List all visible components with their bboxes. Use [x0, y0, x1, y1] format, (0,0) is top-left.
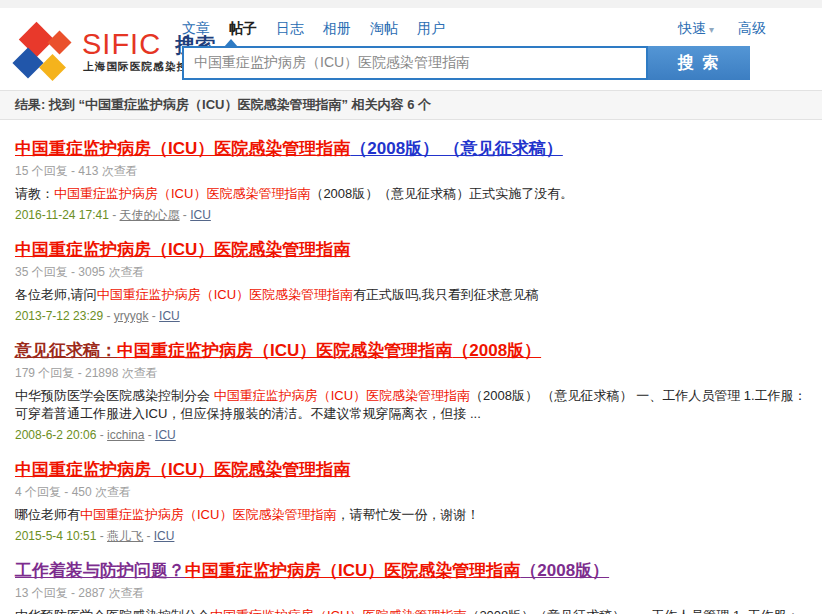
result-title-suffix: （2008版） （意见征求稿） — [350, 139, 563, 158]
result-footer: 2015-5-4 10:51 - 燕儿飞 - ICU — [15, 528, 807, 545]
result-author-link[interactable]: 燕儿飞 — [107, 529, 143, 543]
separator: - — [143, 529, 154, 543]
result-title-prefix: 意见征求稿： — [15, 341, 117, 360]
result-title-highlight: 中国重症监护病房（ICU）医院感染管理指南 — [15, 240, 350, 259]
snippet-highlight: 中国重症监护病房（ICU）医院感染管理指南 — [214, 388, 470, 403]
results-list: 中国重症监护病房（ICU）医院感染管理指南（2008版） （意见征求稿） 15 … — [0, 120, 822, 614]
snippet-text: ，请帮忙发一份，谢谢！ — [336, 507, 479, 522]
result-title-suffix: （2008版） — [452, 341, 541, 360]
result-meta: 15 个回复 - 413 次查看 — [15, 163, 807, 180]
result-title-link[interactable]: 中国重症监护病房（ICU）医院感染管理指南 — [15, 239, 807, 260]
search-result: 意见征求稿：中国重症监护病房（ICU）医院感染管理指南（2008版） 179 个… — [15, 340, 807, 444]
result-title-highlight: 中国重症监护病房（ICU）医院感染管理指南 — [117, 341, 452, 360]
snippet-highlight: 中国重症监护病房（ICU）医院感染管理指南 — [97, 287, 353, 302]
result-meta: 35 个回复 - 3095 次查看 — [15, 264, 807, 281]
logo-diamond-orange-icon — [47, 30, 71, 54]
quick-search-dropdown[interactable]: 快速▾ — [678, 20, 714, 38]
result-author-link[interactable]: 天使的心愿 — [120, 208, 180, 222]
result-meta: 4 个回复 - 450 次查看 — [15, 484, 807, 501]
result-forum-link[interactable]: ICU — [159, 309, 180, 323]
result-title-link[interactable]: 中国重症监护病房（ICU）医院感染管理指南 — [15, 459, 807, 480]
separator: - — [103, 309, 114, 323]
search-result: 中国重症监护病房（ICU）医院感染管理指南 35 个回复 - 3095 次查看 … — [15, 239, 807, 325]
snippet-text: 中华预防医学会医院感染控制分会 — [15, 388, 214, 403]
result-forum-link[interactable]: ICU — [155, 428, 176, 442]
header-right-links: 快速▾ 高级 — [678, 20, 766, 38]
result-snippet: 中华预防医学会医院感染控制分会 中国重症监护病房（ICU）医院感染管理指南（20… — [15, 387, 807, 423]
result-meta: 13 个回复 - 2887 次查看 — [15, 585, 807, 602]
result-date: 2016-11-24 17:41 — [15, 208, 109, 222]
result-meta: 179 个回复 - 21898 次查看 — [15, 365, 807, 382]
chevron-down-icon: ▾ — [709, 24, 714, 35]
result-author-link[interactable]: icchina — [107, 428, 144, 442]
snippet-text: 有正式版吗,我只看到征求意见稿 — [353, 287, 539, 302]
result-title-prefix: 工作着装与防护问题？ — [15, 561, 185, 580]
tab-blogs[interactable]: 日志 — [276, 20, 304, 38]
active-tab-notch — [224, 39, 238, 47]
search-result: 工作着装与防护问题？中国重症监护病房（ICU）医院感染管理指南（2008版） 1… — [15, 560, 807, 614]
result-forum-link[interactable]: ICU — [154, 529, 175, 543]
result-title-highlight: 中国重症监护病房（ICU）医院感染管理指南 — [15, 139, 350, 158]
search-result: 中国重症监护病房（ICU）医院感染管理指南（2008版） （意见征求稿） 15 … — [15, 138, 807, 224]
logo-diamond-yellow-icon — [39, 54, 66, 81]
brand-name: SIFIC — [82, 28, 161, 60]
tab-collections[interactable]: 淘帖 — [370, 20, 398, 38]
separator: - — [148, 309, 159, 323]
snippet-highlight: 中国重症监护病房（ICU）医院感染管理指南 — [54, 186, 310, 201]
separator: - — [180, 208, 191, 222]
snippet-text: 中华预防医学会医院感染控制分会 — [15, 608, 210, 614]
result-snippet: 请教：中国重症监护病房（ICU）医院感染管理指南（2008版）（意见征求稿）正式… — [15, 185, 807, 203]
tab-users[interactable]: 用户 — [417, 20, 445, 38]
tab-posts[interactable]: 帖子 — [229, 20, 257, 38]
result-title-link[interactable]: 工作着装与防护问题？中国重症监护病房（ICU）医院感染管理指南（2008版） — [15, 560, 807, 581]
result-footer: 2008-6-2 20:06 - icchina - ICU — [15, 427, 807, 444]
result-date: 2013-7-12 23:29 — [15, 309, 103, 323]
result-snippet: 各位老师,请问中国重症监护病房（ICU）医院感染管理指南有正式版吗,我只看到征求… — [15, 286, 807, 304]
tab-albums[interactable]: 相册 — [323, 20, 351, 38]
snippet-highlight: 中国重症监护病房（ICU）医院感染管理指南 — [210, 608, 466, 614]
result-snippet: 哪位老师有中国重症监护病房（ICU）医院感染管理指南，请帮忙发一份，谢谢！ — [15, 506, 807, 524]
result-title-link[interactable]: 意见征求稿：中国重症监护病房（ICU）医院感染管理指南（2008版） — [15, 340, 807, 361]
separator: - — [96, 428, 107, 442]
result-footer: 2013-7-12 23:29 - yryygk - ICU — [15, 308, 807, 325]
search-result: 中国重症监护病房（ICU）医院感染管理指南 4 个回复 - 450 次查看 哪位… — [15, 459, 807, 545]
search-button[interactable]: 搜 索 — [648, 46, 750, 80]
search-type-tabs: 文章 帖子 日志 相册 淘帖 用户 — [182, 20, 445, 38]
snippet-text: 哪位老师有 — [15, 507, 80, 522]
search-bar: 搜 索 — [182, 46, 750, 80]
result-title-highlight: 中国重症监护病房（ICU）医院感染管理指南 — [185, 561, 520, 580]
result-title-suffix: （2008版） — [520, 561, 609, 580]
snippet-text: 各位老师,请问 — [15, 287, 97, 302]
result-footer: 2016-11-24 17:41 - 天使的心愿 - ICU — [15, 207, 807, 224]
logo-diamonds-icon — [14, 26, 78, 82]
result-title-link[interactable]: 中国重症监护病房（ICU）医院感染管理指南（2008版） （意见征求稿） — [15, 138, 807, 159]
result-snippet: 中华预防医学会医院感染控制分会中国重症监护病房（ICU）医院感染管理指南（200… — [15, 607, 807, 614]
results-summary-bar: 结果: 找到 “中国重症监护病房（ICU）医院感染管理指南” 相关内容 6 个 — [0, 90, 822, 120]
separator: - — [96, 529, 107, 543]
tab-articles[interactable]: 文章 — [182, 20, 210, 38]
snippet-text: 请教： — [15, 186, 54, 201]
snippet-text: （2008版）（意见征求稿）正式实施了没有。 — [310, 186, 573, 201]
separator: - — [144, 428, 155, 442]
separator: - — [109, 208, 120, 222]
snippet-highlight: 中国重症监护病房（ICU）医院感染管理指南 — [80, 507, 336, 522]
result-title-highlight: 中国重症监护病房（ICU）医院感染管理指南 — [15, 460, 350, 479]
search-box — [182, 46, 648, 80]
header: SIFIC搜索 上海国际医院感染控制论坛 文章 帖子 日志 相册 淘帖 用户 快… — [0, 8, 822, 90]
result-author-link[interactable]: yryygk — [114, 309, 149, 323]
result-forum-link[interactable]: ICU — [190, 208, 211, 222]
result-date: 2015-5-4 10:51 — [15, 529, 96, 543]
result-date: 2008-6-2 20:06 — [15, 428, 96, 442]
search-input[interactable] — [184, 48, 646, 78]
quick-search-label: 快速 — [678, 20, 706, 36]
top-strip — [0, 0, 822, 8]
advanced-search-link[interactable]: 高级 — [738, 20, 766, 38]
